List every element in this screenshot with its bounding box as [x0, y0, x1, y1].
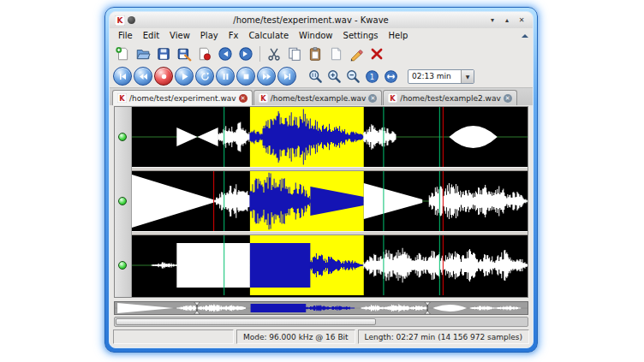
- desktop: K /home/test/experiment.wav - Kwave ▾ ▴ …: [0, 0, 644, 362]
- save-icon: [156, 46, 171, 62]
- copy-icon: [287, 46, 302, 62]
- kwave-window: K /home/test/experiment.wav - Kwave ▾ ▴ …: [104, 7, 538, 353]
- tab-example2[interactable]: K /home/test/example2.wav ✕: [383, 90, 516, 105]
- minimize-icon[interactable]: ▾: [486, 15, 498, 26]
- svg-text:K: K: [260, 94, 266, 103]
- zoom-all-button[interactable]: [382, 68, 399, 85]
- zoom-original-icon: 1: [365, 69, 379, 84]
- zoom-original-button[interactable]: 1: [363, 68, 380, 85]
- svg-text:1: 1: [369, 72, 373, 80]
- skip-end-icon: [283, 72, 292, 81]
- redo-button[interactable]: [236, 45, 255, 63]
- track1-led: [118, 133, 127, 141]
- cut-button[interactable]: [265, 45, 283, 63]
- zoom-selection-button[interactable]: [307, 68, 324, 85]
- stop-button[interactable]: [236, 67, 255, 86]
- new-file-button[interactable]: [113, 45, 132, 63]
- playback-toolbar: 1 02:13 min ▼: [110, 65, 533, 87]
- overview-waveform[interactable]: [115, 302, 528, 314]
- erase-button[interactable]: [347, 45, 366, 63]
- undo-button[interactable]: [216, 45, 235, 63]
- loop-icon: [200, 72, 210, 81]
- open-folder-icon: [135, 46, 151, 62]
- save-as-icon: [176, 46, 192, 62]
- stop-icon: [242, 72, 251, 81]
- open-file-button[interactable]: [134, 45, 152, 63]
- zoom-all-icon: [384, 69, 398, 84]
- paste-icon: [307, 46, 323, 62]
- pause-button[interactable]: [216, 67, 235, 86]
- zoom-in-icon: [327, 69, 342, 84]
- fast-forward-icon: [262, 72, 271, 81]
- save-button[interactable]: [154, 45, 173, 63]
- svg-text:K: K: [117, 16, 124, 25]
- overview-strip[interactable]: [114, 301, 528, 315]
- menu-window[interactable]: Window: [294, 30, 337, 41]
- signal-view[interactable]: [132, 107, 528, 297]
- save-as-button[interactable]: [175, 45, 194, 63]
- horizontal-scrollbar[interactable]: [114, 317, 528, 327]
- zoom-out-button[interactable]: [344, 68, 361, 85]
- delete-icon: [369, 46, 385, 62]
- titlebar: K /home/test/experiment.wav - Kwave ▾ ▴ …: [110, 12, 533, 28]
- fast-forward-button[interactable]: [257, 67, 276, 86]
- zoom-time-combobox[interactable]: 02:13 min ▼: [408, 69, 474, 84]
- zoom-group: 1: [307, 68, 399, 85]
- skip-end-button[interactable]: [277, 67, 296, 86]
- menu-fx[interactable]: Fx: [224, 30, 244, 41]
- tab-label: /home/test/example2.wav: [400, 94, 500, 103]
- record-new-button[interactable]: [195, 45, 214, 63]
- skip-back-button[interactable]: [113, 67, 132, 86]
- window-content: K /home/test/experiment.wav - Kwave ▾ ▴ …: [109, 11, 534, 348]
- window-title: /home/test/experiment.wav - Kwave: [138, 15, 484, 25]
- tab-close-icon[interactable]: ✕: [504, 94, 512, 103]
- zoom-in-button[interactable]: [325, 68, 343, 85]
- menu-settings[interactable]: Settings: [338, 30, 384, 41]
- main-toolbar: [110, 43, 533, 65]
- scrollbar-thumb[interactable]: [116, 318, 376, 325]
- play-button[interactable]: [175, 67, 194, 86]
- new-file-icon: [115, 46, 130, 62]
- insert-icon: [328, 46, 343, 62]
- svg-text:K: K: [391, 94, 397, 103]
- kwave-file-icon: K: [259, 93, 268, 103]
- kwave-file-icon: K: [117, 93, 127, 103]
- window-menu-icon[interactable]: [128, 16, 135, 24]
- skip-back-icon: [118, 72, 128, 81]
- copy-button[interactable]: [285, 45, 304, 63]
- delete-button[interactable]: [367, 45, 386, 63]
- zoom-time-value: 02:13 min: [408, 72, 461, 80]
- kwave-file-icon: K: [388, 93, 397, 103]
- paste-button[interactable]: [306, 45, 325, 63]
- tab-example[interactable]: K /home/test/example.wav ✕: [253, 90, 383, 105]
- status-mode: Mode: 96.000 kHz @ 16 Bit: [236, 329, 355, 344]
- tab-close-icon[interactable]: ✕: [368, 94, 377, 103]
- waveform-canvas[interactable]: [132, 107, 528, 295]
- loop-button[interactable]: [195, 67, 214, 86]
- menu-calculate[interactable]: Calculate: [243, 30, 294, 41]
- menu-play[interactable]: Play: [195, 30, 224, 41]
- tabbar: K /home/test/experiment.wav ✕ K /home/te…: [110, 87, 533, 105]
- svg-text:K: K: [119, 94, 125, 103]
- record-icon: [159, 72, 169, 81]
- menu-file[interactable]: File: [113, 30, 138, 41]
- rewind-button[interactable]: [134, 67, 152, 86]
- zoom-out-icon: [346, 69, 361, 84]
- menubar-collapse-icon[interactable]: [521, 32, 529, 40]
- undo-icon: [218, 46, 233, 62]
- toolbar-separator: [259, 46, 260, 62]
- erase-icon: [349, 46, 364, 62]
- tab-close-icon[interactable]: ✕: [239, 94, 247, 103]
- close-icon[interactable]: ✕: [516, 15, 528, 26]
- menu-edit[interactable]: Edit: [138, 30, 164, 41]
- tab-experiment[interactable]: K /home/test/experiment.wav ✕: [112, 90, 253, 105]
- record-button[interactable]: [154, 67, 173, 86]
- kwave-app-icon: K: [115, 15, 125, 26]
- pause-icon: [221, 72, 230, 81]
- menu-view[interactable]: View: [164, 30, 195, 41]
- maximize-icon[interactable]: ▴: [501, 15, 513, 26]
- track2-led: [118, 197, 127, 205]
- chevron-down-icon[interactable]: ▼: [461, 70, 474, 83]
- insert-button[interactable]: [326, 45, 345, 63]
- menu-help[interactable]: Help: [384, 30, 414, 41]
